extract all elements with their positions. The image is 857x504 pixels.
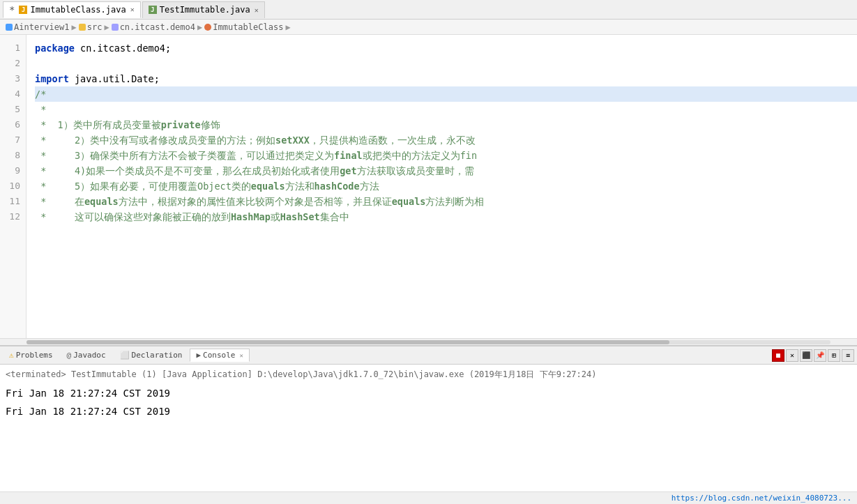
- tab-bar: * J ImmutableClass.java ✕ J TestImmutabl…: [0, 0, 857, 20]
- console-close-icon[interactable]: ✕: [239, 352, 243, 359]
- code-line-7: * 2）类中没有写或者修改成员变量的方法；例如setXXX，只提供构造函数，一次…: [35, 132, 857, 148]
- code-scroll[interactable]: 1 2 3 4 5 6 7 8 9 10 11 12 package cn.it…: [0, 35, 857, 338]
- status-url: https://blog.csdn.net/weixin_4080723...: [672, 494, 851, 503]
- status-bar: https://blog.csdn.net/weixin_4080723...: [0, 491, 857, 504]
- tab-test-immutable[interactable]: J TestImmutable.java ✕: [142, 1, 265, 18]
- console-terminated-line: <terminated> TestImmutable (1) [Java App…: [6, 367, 851, 381]
- clear-button[interactable]: ✕: [786, 349, 798, 362]
- console-icon: ▶: [196, 351, 201, 360]
- line-numbers: 1 2 3 4 5 6 7 8 9 10 11 12: [0, 35, 26, 338]
- horizontal-scrollbar[interactable]: [0, 338, 857, 345]
- tab-close-button[interactable]: ✕: [255, 6, 259, 14]
- more-button[interactable]: ≡: [842, 349, 854, 362]
- code-line-2: [35, 56, 857, 71]
- panel-tab-declaration[interactable]: ⬜ Declaration: [114, 349, 189, 362]
- scroll-lock-button[interactable]: ⬛: [800, 349, 812, 362]
- code-line-12: * 这可以确保这些对象能被正确的放到HashMap或HashSet集合中: [35, 209, 857, 224]
- code-line-10: * 5）如果有必要，可使用覆盖Object类的equals方法和hashCode…: [35, 178, 857, 194]
- stop-button[interactable]: ■: [772, 349, 784, 362]
- breadcrumb-project[interactable]: Ainterview1: [14, 22, 69, 32]
- panel-toolbar: ■ ✕ ⬛ 📌 ⊞ ≡: [772, 349, 854, 362]
- declaration-label: Declaration: [132, 351, 183, 360]
- console-output-line-1: Fri Jan 18 21:27:24 CST 2019: [6, 384, 851, 402]
- scrollbar-thumb[interactable]: [26, 340, 669, 344]
- bottom-panel: ⚠ Problems @ Javadoc ⬜ Declaration ▶ Con…: [0, 345, 857, 491]
- code-line-6: * 1）类中所有成员变量被private修饰: [35, 117, 857, 132]
- problems-icon: ⚠: [9, 351, 14, 360]
- console-output-line-2: Fri Jan 18 21:27:24 CST 2019: [6, 402, 851, 420]
- declaration-icon: ⬜: [120, 351, 130, 360]
- scrollbar-track: [26, 340, 831, 344]
- code-line-8: * 3）确保类中所有方法不会被子类覆盖，可以通过把类定义为final或把类中的方…: [35, 148, 857, 163]
- breadcrumb-pkg[interactable]: cn.itcast.demo4: [120, 22, 195, 32]
- tab-immutable-class[interactable]: * J ImmutableClass.java ✕: [3, 1, 141, 18]
- editor-area: 1 2 3 4 5 6 7 8 9 10 11 12 package cn.it…: [0, 35, 857, 345]
- breadcrumb-src[interactable]: src: [87, 22, 103, 32]
- problems-label: Problems: [16, 351, 53, 360]
- console-output: <terminated> TestImmutable (1) [Java App…: [0, 365, 857, 491]
- panel-tab-problems[interactable]: ⚠ Problems: [3, 349, 59, 362]
- tab-label: ImmutableClass.java: [30, 5, 126, 15]
- javadoc-icon: @: [67, 351, 72, 360]
- code-line-11: * 在equals方法中，根据对象的属性值来比较两个对象是否相等，并且保证equ…: [35, 194, 857, 209]
- java-icon: J: [19, 6, 27, 14]
- pin-button[interactable]: 📌: [814, 349, 826, 362]
- panel-tab-console[interactable]: ▶ Console ✕: [190, 349, 249, 362]
- code-line-5: *: [35, 102, 857, 117]
- panel-tab-bar: ⚠ Problems @ Javadoc ⬜ Declaration ▶ Con…: [0, 346, 857, 365]
- code-editor[interactable]: package cn.itcast.demo4; import java.uti…: [26, 35, 857, 338]
- breadcrumb-class[interactable]: ImmutableClass: [213, 22, 283, 32]
- view-menu-button[interactable]: ⊞: [828, 349, 840, 362]
- code-line-3: import java.util.Date;: [35, 71, 857, 86]
- code-line-1: package cn.itcast.demo4;: [35, 40, 857, 56]
- console-label: Console: [203, 351, 235, 360]
- javadoc-label: Javadoc: [73, 351, 105, 360]
- src-icon: [79, 24, 86, 31]
- project-icon: [6, 24, 13, 31]
- tab-close-button[interactable]: ✕: [130, 6, 135, 13]
- class-icon: [204, 24, 211, 31]
- panel-tab-javadoc[interactable]: @ Javadoc: [61, 349, 112, 362]
- java-icon: J: [149, 6, 157, 14]
- modified-indicator: *: [9, 4, 15, 15]
- code-line-4: /*: [35, 86, 857, 102]
- breadcrumb: Ainterview1 ▶ src ▶ cn.itcast.demo4 ▶ Im…: [0, 20, 857, 35]
- code-line-9: * 4)如果一个类成员不是不可变量，那么在成员初始化或者使用get方法获取该成员…: [35, 163, 857, 178]
- tab-label: TestImmutable.java: [160, 5, 250, 15]
- pkg-icon: [112, 24, 119, 31]
